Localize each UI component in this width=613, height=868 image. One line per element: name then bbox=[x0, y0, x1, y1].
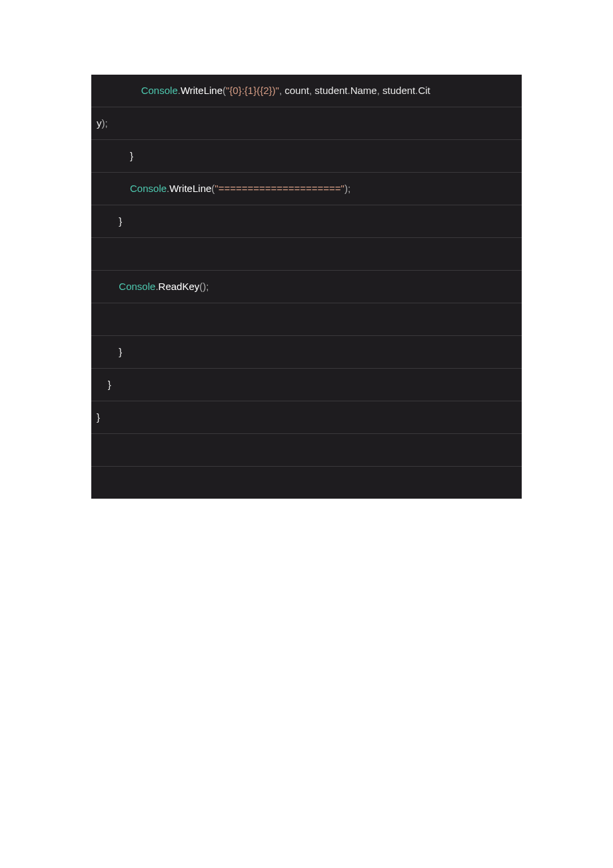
code-line bbox=[91, 238, 522, 271]
code-token: Console bbox=[119, 281, 155, 292]
code-line: } bbox=[91, 205, 522, 238]
code-token: (); bbox=[199, 281, 209, 292]
code-token: Console bbox=[141, 85, 178, 96]
code-line: } bbox=[91, 140, 522, 173]
code-line bbox=[91, 434, 522, 467]
code-token: } bbox=[108, 379, 111, 390]
code-line bbox=[91, 467, 522, 499]
code-token: , bbox=[377, 85, 382, 96]
code-line: Console.WriteLine("{0}:{1}({2})", count,… bbox=[91, 75, 522, 107]
code-token: Console bbox=[130, 183, 167, 194]
code-token: student bbox=[382, 85, 415, 96]
code-token: } bbox=[97, 411, 100, 423]
code-token bbox=[97, 313, 99, 325]
code-token: "=====================" bbox=[215, 183, 344, 194]
code-line: } bbox=[91, 369, 522, 401]
code-token: , bbox=[279, 85, 285, 96]
code-line bbox=[91, 303, 522, 336]
code-token: WriteLine bbox=[181, 85, 223, 96]
code-token: WriteLine bbox=[169, 183, 211, 194]
code-token: student bbox=[314, 85, 347, 96]
code-token: Name bbox=[350, 85, 377, 96]
code-token bbox=[97, 477, 99, 488]
code-token bbox=[97, 248, 99, 259]
code-token: Cit bbox=[418, 85, 430, 96]
code-token: y bbox=[97, 117, 102, 129]
code-token: } bbox=[119, 215, 122, 227]
code-token: } bbox=[119, 346, 122, 357]
code-token bbox=[97, 444, 99, 455]
code-token: "{0}:{1}({2})" bbox=[226, 85, 279, 96]
code-block: Console.WriteLine("{0}:{1}({2})", count,… bbox=[91, 75, 522, 499]
code-token: ); bbox=[344, 183, 350, 194]
code-token: ReadKey bbox=[159, 281, 200, 292]
code-line: } bbox=[91, 401, 522, 434]
code-line: Console.WriteLine("=====================… bbox=[91, 173, 522, 205]
code-token: } bbox=[130, 150, 133, 161]
code-line: y); bbox=[91, 107, 522, 140]
code-line: } bbox=[91, 336, 522, 369]
code-line: Console.ReadKey(); bbox=[91, 271, 522, 303]
code-token: ); bbox=[102, 117, 108, 129]
code-token: count bbox=[285, 85, 309, 96]
